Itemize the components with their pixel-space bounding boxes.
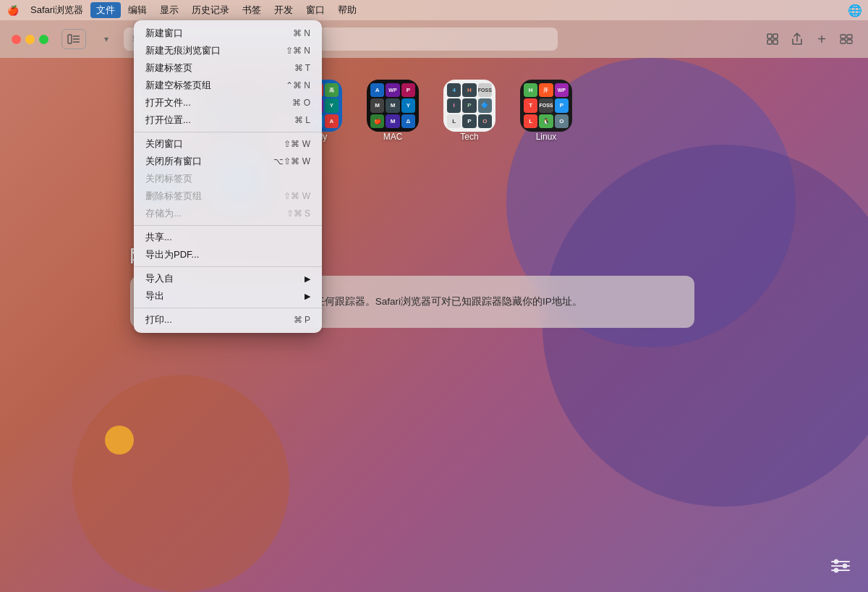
menu-export[interactable]: 导出 ▶ bbox=[134, 287, 322, 305]
svg-point-17 bbox=[834, 568, 838, 572]
menu-save-as: 存储为... ⇧⌘ S bbox=[134, 205, 322, 222]
chevron-down-icon[interactable]: ▾ bbox=[96, 29, 116, 49]
menu-open-file[interactable]: 打开文件... ⌘ O bbox=[134, 94, 322, 111]
new-tab-icon[interactable]: + bbox=[812, 29, 832, 49]
menu-new-private[interactable]: 新建无痕浏览窗口 ⇧⌘ N bbox=[134, 42, 322, 59]
svg-rect-8 bbox=[841, 35, 846, 38]
close-button[interactable] bbox=[12, 35, 21, 44]
menu-separator-2 bbox=[134, 225, 322, 226]
menu-new-tab-group[interactable]: 新建空标签页组 ⌃⌘ N bbox=[134, 77, 322, 94]
menu-share[interactable]: 共享... bbox=[134, 229, 322, 246]
menu-new-tab[interactable]: 新建标签页 ⌘ T bbox=[134, 59, 322, 77]
favorite-linux[interactable]: H 开 WP T FOSS P L 🐧 O Linux bbox=[514, 80, 579, 146]
favorite-mac[interactable]: A WP P M M Y 🍎 M Δ MAC bbox=[360, 80, 425, 146]
extensions-icon[interactable] bbox=[762, 29, 783, 49]
menubar-item-view[interactable]: 显示 bbox=[154, 2, 184, 18]
svg-point-15 bbox=[834, 559, 838, 564]
toolbar-right: + bbox=[762, 29, 856, 49]
svg-rect-9 bbox=[847, 35, 852, 38]
menu-open-location[interactable]: 打开位置... ⌘ L bbox=[134, 111, 322, 129]
share-icon[interactable] bbox=[787, 29, 807, 49]
favorite-tech[interactable]: 4 H FOSS I P 🔷 L P O Tech bbox=[437, 80, 502, 146]
file-menu-dropdown: 新建窗口 ⌘ N 新建无痕浏览窗口 ⇧⌘ N 新建标签页 ⌘ T 新建空标签页组… bbox=[134, 20, 322, 333]
tech-label: Tech bbox=[460, 132, 478, 142]
menu-close-window[interactable]: 关闭窗口 ⇧⌘ W bbox=[134, 135, 322, 153]
menu-delete-tab-group: 删除标签页组 ⇧⌘ W bbox=[134, 187, 322, 205]
menu-close-tab: 关闭标签页 bbox=[134, 170, 322, 187]
menu-separator-1 bbox=[134, 132, 322, 132]
menubar-item-edit[interactable]: 编辑 bbox=[122, 2, 153, 18]
traffic-lights bbox=[12, 35, 48, 44]
menubar-item-help[interactable]: 帮助 bbox=[332, 2, 362, 18]
menubar-item-bookmarks[interactable]: 书签 bbox=[237, 2, 267, 18]
linux-label: Linux bbox=[536, 132, 557, 142]
menubar-right-icon: 🌐 bbox=[848, 4, 862, 17]
mac-label: MAC bbox=[383, 132, 403, 142]
svg-rect-7 bbox=[773, 40, 778, 44]
svg-rect-11 bbox=[847, 40, 852, 43]
menubar: 🍎 Safari浏览器 文件 编辑 显示 历史记录 书签 开发 窗口 帮助 🌐 bbox=[0, 0, 868, 20]
svg-rect-4 bbox=[767, 34, 772, 38]
menu-separator-4 bbox=[134, 308, 322, 308]
menubar-item-file[interactable]: 文件 bbox=[90, 2, 121, 18]
svg-rect-6 bbox=[767, 40, 772, 44]
tech-icon: 4 H FOSS I P 🔷 L P O bbox=[443, 80, 495, 132]
menubar-item-window[interactable]: 窗口 bbox=[300, 2, 331, 18]
settings-icon[interactable] bbox=[830, 557, 851, 578]
toolbar: ▾ 输入网站名称 + bbox=[0, 20, 868, 58]
menu-new-window[interactable]: 新建窗口 ⌘ N bbox=[134, 25, 322, 42]
mac-icon: A WP P M M Y 🍎 M Δ bbox=[367, 80, 419, 132]
menubar-item-safari[interactable]: Safari浏览器 bbox=[25, 2, 89, 18]
svg-rect-0 bbox=[68, 35, 72, 43]
bottom-right bbox=[830, 557, 851, 578]
linux-icon: H 开 WP T FOSS P L 🐧 O bbox=[520, 80, 572, 132]
sidebar-toggle[interactable] bbox=[61, 29, 86, 49]
bg-decoration bbox=[72, 375, 289, 592]
menu-export-pdf[interactable]: 导出为PDF... bbox=[134, 246, 322, 263]
menu-print[interactable]: 打印... ⌘ P bbox=[134, 311, 322, 329]
menu-import-from[interactable]: 导入自 ▶ bbox=[134, 270, 322, 287]
minimize-button[interactable] bbox=[25, 35, 35, 44]
maximize-button[interactable] bbox=[39, 35, 48, 44]
main-content: 📊 < A 千 🔴 G S P S SEO WP 千 📌 ⬜ ▦ 🎨 </> bbox=[0, 58, 868, 328]
svg-rect-5 bbox=[773, 34, 778, 38]
menu-separator-3 bbox=[134, 266, 322, 267]
menubar-item-develop[interactable]: 开发 bbox=[268, 2, 299, 18]
menubar-item-history[interactable]: 历史记录 bbox=[186, 2, 235, 18]
svg-rect-10 bbox=[841, 40, 846, 43]
bg-decoration bbox=[105, 426, 134, 454]
menubar-right: 🌐 bbox=[848, 4, 862, 17]
apple-menu[interactable]: 🍎 bbox=[6, 5, 20, 16]
menu-close-all[interactable]: 关闭所有窗口 ⌥⇧⌘ W bbox=[134, 153, 322, 170]
svg-point-16 bbox=[843, 564, 847, 568]
tab-overview-icon[interactable] bbox=[836, 29, 856, 49]
